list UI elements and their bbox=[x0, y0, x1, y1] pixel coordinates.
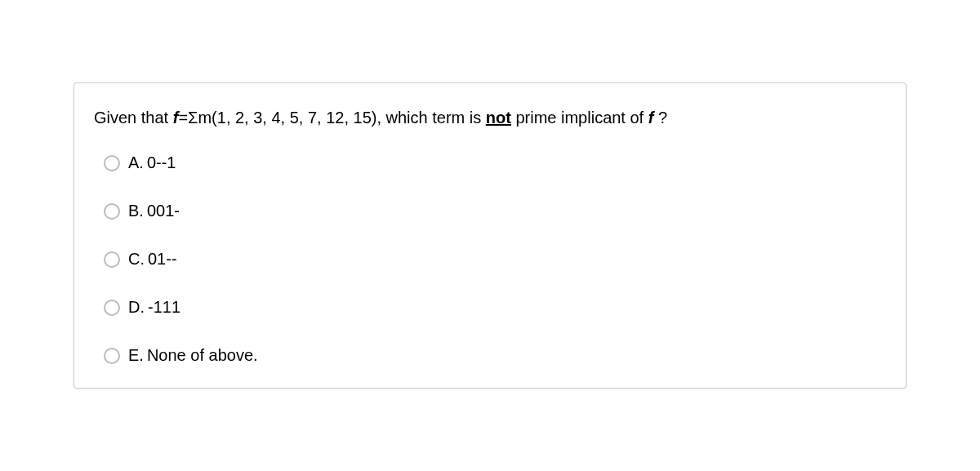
option-b-text: 001- bbox=[147, 202, 180, 220]
option-b[interactable]: B. 001- bbox=[104, 202, 886, 220]
option-d-label: D. -111 bbox=[128, 298, 180, 317]
option-a[interactable]: A. 0--1 bbox=[104, 153, 886, 172]
option-e[interactable]: E. None of above. bbox=[104, 346, 886, 365]
option-a-text: 0--1 bbox=[147, 153, 176, 172]
options-list: A. 0--1 B. 001- C. 01-- D. -111 bbox=[94, 153, 886, 365]
option-b-label: B. 001- bbox=[128, 202, 180, 220]
question-qmark: ? bbox=[653, 109, 667, 127]
option-c-letter: C. bbox=[128, 250, 145, 269]
option-c[interactable]: C. 01-- bbox=[104, 250, 886, 269]
question-equals: =Σm(1, 2, 3, 4, 5, 7, 12, 15), which ter… bbox=[178, 109, 485, 127]
option-d-text: -111 bbox=[148, 298, 180, 317]
option-a-label: A. 0--1 bbox=[128, 153, 176, 172]
option-e-letter: E. bbox=[128, 346, 144, 365]
question-not: not bbox=[486, 109, 511, 127]
radio-a[interactable] bbox=[104, 155, 120, 171]
radio-b[interactable] bbox=[104, 203, 120, 220]
option-a-letter: A. bbox=[128, 153, 144, 172]
option-b-letter: B. bbox=[128, 202, 144, 220]
radio-e[interactable] bbox=[104, 348, 120, 364]
option-c-label: C. 01-- bbox=[128, 250, 177, 269]
option-e-text: None of above. bbox=[147, 346, 258, 365]
option-c-text: 01-- bbox=[148, 250, 177, 269]
option-d-letter: D. bbox=[128, 298, 145, 317]
radio-d[interactable] bbox=[104, 300, 120, 316]
option-d[interactable]: D. -111 bbox=[104, 298, 886, 317]
option-e-label: E. None of above. bbox=[128, 346, 258, 365]
question-prefix: Given that bbox=[94, 109, 173, 127]
question-suffix1: prime implicant of bbox=[511, 109, 648, 127]
question-container: Given that f=Σm(1, 2, 3, 4, 5, 7, 12, 15… bbox=[74, 82, 906, 389]
radio-c[interactable] bbox=[104, 251, 120, 268]
question-text: Given that f=Σm(1, 2, 3, 4, 5, 7, 12, 15… bbox=[94, 106, 886, 129]
